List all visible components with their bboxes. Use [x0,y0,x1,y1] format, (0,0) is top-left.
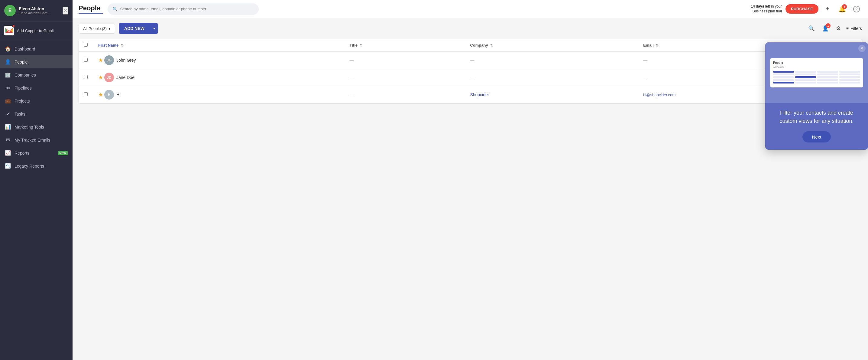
person-name: John Grey [116,58,136,63]
nav-label-reports: Reports [14,151,54,156]
purchase-button[interactable]: PURCHASE [785,4,818,13]
nav-icon-people: 👤 [5,59,11,65]
popup-next-button[interactable]: Next [802,131,831,142]
people-table: First Name ⇅ Title ⇅ Company ⇅ Email [79,39,862,104]
sidebar-close-button[interactable]: ✕ [63,7,68,15]
sidebar-item-tracked[interactable]: ✉ My Tracked Emails [0,133,72,146]
company-dash: — [470,58,474,63]
popup-preview: People All People [765,43,868,103]
checkbox-cell [79,86,93,104]
search-bar[interactable]: 🔍 [107,3,259,15]
add-new-label: ADD NEW [119,23,150,34]
activity-badge: 1 [826,23,831,28]
email-dash: — [643,58,647,63]
name-cell: ★ JG John Grey [93,51,345,69]
filters-button[interactable]: ≡ Filters [846,26,862,31]
popup-content: Filter your contacts and create custom v… [765,103,868,150]
sidebar-nav: 🏠 Dashboard 👤 People 🏢 Companies ≫ Pipel… [0,40,72,360]
name-cell: ★ H Hi [93,86,345,104]
preview-title: People [773,61,860,64]
filter-label: All People (3) [83,26,107,31]
sidebar-item-reports[interactable]: 📈 Reports NEW [0,146,72,160]
sidebar-header: E Elena Alston Elena Alston's Com... ✕ [0,0,72,22]
topbar-right: 14 days left in your Business plan trial… [751,4,862,15]
row-checkbox[interactable] [84,75,88,79]
nav-icon-projects: 💼 [5,98,11,104]
add-new-button[interactable]: ADD NEW ▾ [119,23,158,34]
popup-close-button[interactable]: ✕ [858,45,866,52]
add-new-caret-icon: ▾ [150,24,158,34]
person-avatar: JD [104,73,114,82]
person-name: Hi [116,92,120,97]
email-dash: — [643,75,647,80]
sidebar-item-legacy[interactable]: 📉 Legacy Reports [0,160,72,172]
sidebar-item-companies[interactable]: 🏢 Companies [0,68,72,81]
help-button[interactable]: ? [851,4,862,15]
company-link[interactable]: Shopcider [470,92,489,97]
row-checkbox[interactable] [84,58,88,62]
trial-text: 14 days left in your Business plan trial [751,4,782,13]
sidebar-item-marketing[interactable]: 📊 Marketing Tools [0,120,72,133]
nav-label-pipelines: Pipelines [14,86,68,90]
sidebar-item-people[interactable]: 👤 People [0,55,72,68]
title-value: — [350,58,354,63]
name-cell: ★ JD Jane Doe [93,69,345,86]
gear-icon: ⚙ [836,25,841,32]
col-first-name[interactable]: First Name ⇅ [93,39,345,51]
nav-icon-companies: 🏢 [5,72,11,78]
notification-badge: 1 [842,4,847,9]
help-icon: ? [853,6,860,12]
col-company-sort-icon: ⇅ [490,44,493,47]
company-cell: — [465,69,638,86]
content-header: All People (3) ▾ ADD NEW ▾ 🔍 👤 1 [79,23,862,34]
user-avatar: E [4,5,16,16]
star-icon[interactable]: ★ [98,91,103,98]
page-title-wrapper: People [79,4,103,13]
title-value: — [350,92,354,97]
gmail-label: Add Copper to Gmail [17,28,54,33]
email-link[interactable]: hi@shopcider.com [643,92,676,97]
col-title-label: Title [350,43,358,48]
popup-description: Filter your contacts and create custom v… [771,109,862,125]
col-email-sort-icon: ⇅ [656,44,658,47]
sidebar-item-pipelines[interactable]: ≫ Pipelines [0,81,72,94]
col-email-label: Email [643,43,654,48]
star-icon[interactable]: ★ [98,57,103,63]
settings-button[interactable]: ⚙ [834,23,843,34]
add-icon-button[interactable]: + [822,4,833,15]
user-activity-wrapper: 👤 1 [820,23,831,34]
company-cell: Shopcider [465,86,638,104]
filter-dropdown[interactable]: All People (3) ▾ [79,24,115,34]
sidebar-item-tasks[interactable]: ✔ Tasks [0,107,72,120]
content-header-right: 🔍 👤 1 ⚙ ≡ Filters [806,23,862,34]
nav-label-legacy: Legacy Reports [14,164,68,168]
table-header-row: First Name ⇅ Title ⇅ Company ⇅ Email [79,39,862,51]
user-company: Elena Alston's Com... [19,11,60,15]
checkbox-header [79,39,93,51]
col-title[interactable]: Title ⇅ [345,39,465,51]
people-table-wrapper: First Name ⇅ Title ⇅ Company ⇅ Email [79,39,862,104]
person-name: Jane Doe [116,75,134,80]
nav-label-dashboard: Dashboard [14,47,68,51]
user-info: Elena Alston Elena Alston's Com... [19,6,60,15]
search-input[interactable] [120,7,254,11]
search-toggle-button[interactable]: 🔍 [806,23,817,34]
star-icon[interactable]: ★ [98,74,103,81]
select-all-checkbox[interactable] [84,43,88,47]
add-copper-gmail-item[interactable]: Add Copper to Gmail [0,22,72,40]
filters-label: Filters [850,26,862,31]
nav-icon-tasks: ✔ [5,111,11,117]
popup-preview-card: People All People [770,58,863,87]
content-area: All People (3) ▾ ADD NEW ▾ 🔍 👤 1 [72,18,868,360]
person-avatar: H [104,90,114,100]
nav-icon-reports: 📈 [5,150,11,156]
sidebar-item-dashboard[interactable]: 🏠 Dashboard [0,43,72,55]
title-value: — [350,75,354,80]
col-company-label: Company [470,43,488,48]
badge-reports: NEW [58,151,68,155]
col-company[interactable]: Company ⇅ [465,39,638,51]
nav-label-marketing: Marketing Tools [14,124,68,130]
table-row: ★ JD Jane Doe — — — [79,69,862,86]
sidebar-item-projects[interactable]: 💼 Projects [0,94,72,107]
row-checkbox[interactable] [84,92,88,96]
